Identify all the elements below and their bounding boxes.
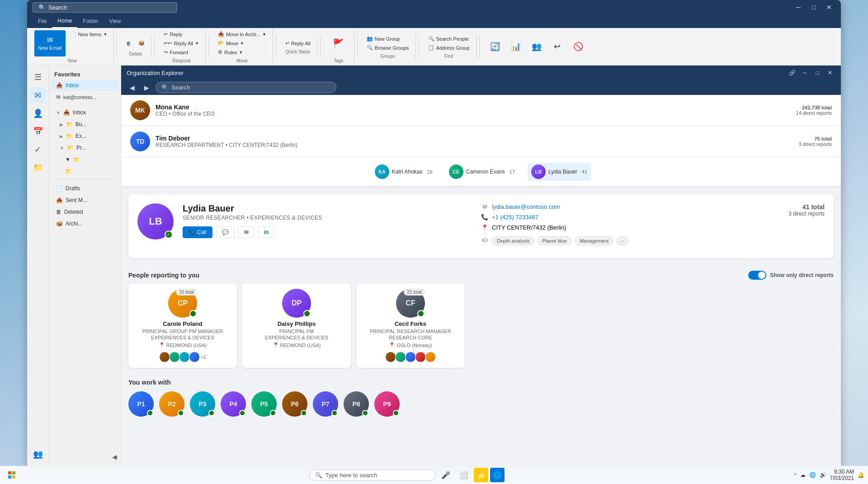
org-link-icon[interactable]: 🔗: [787, 67, 797, 78]
new-group-button[interactable]: 👥 New Group: [364, 34, 412, 43]
forward-button[interactable]: ↪ Forward: [161, 48, 202, 56]
org-search-box[interactable]: 🔍 Search: [156, 82, 336, 93]
report-cecil-forks[interactable]: CF 22 total Cecil Forks PRINCIPAL RESEAR…: [356, 283, 465, 368]
reply-button[interactable]: ↩ Reply: [161, 30, 202, 38]
direct-reports-toggle[interactable]: [748, 271, 766, 280]
title-search[interactable]: 🔍 Search: [33, 2, 177, 13]
nav-icon-hamburger[interactable]: ☰: [30, 69, 46, 85]
extra-btn-1[interactable]: 🔄: [486, 33, 504, 60]
window-maximize[interactable]: □: [807, 1, 820, 14]
peer-cameron[interactable]: CE Cameron Evans 17: [445, 163, 519, 181]
nav-icon-calendar[interactable]: 📅: [30, 123, 46, 140]
tag-depth-analysis[interactable]: Depth analysis: [492, 236, 534, 245]
nav-user-email[interactable]: ✉ kat@contoso...: [51, 92, 119, 103]
menu-folder[interactable]: Folder: [77, 14, 104, 28]
manager-tim-deboer[interactable]: TD Tim Deboer RESEARCH DEPARTMENT • CITY…: [121, 126, 841, 157]
taskbar-network-icon[interactable]: 🌐: [809, 472, 816, 478]
flag-button[interactable]: 🚩: [327, 30, 350, 56]
taskbar-notification-icon[interactable]: 🔔: [858, 472, 864, 478]
menu-file[interactable]: File: [33, 14, 52, 28]
delete-button[interactable]: 🗑: [123, 37, 134, 50]
work-person-9[interactable]: P9: [374, 391, 400, 417]
nav-icon-folder[interactable]: 📁: [30, 160, 46, 176]
nav-deleted[interactable]: 🗑 Deleted: [51, 207, 119, 217]
work-person-1[interactable]: P1: [128, 391, 154, 417]
nav-icon-user[interactable]: 👤: [30, 105, 46, 122]
window-minimize[interactable]: ─: [792, 1, 805, 14]
taskbar-taskview-button[interactable]: ⬜: [456, 467, 472, 483]
taskbar-search[interactable]: 🔍 Type here to search: [309, 470, 436, 481]
start-button[interactable]: [4, 467, 20, 483]
report-carole-poland[interactable]: CP 16 total Carole Poland PRINCIPAL GROU…: [128, 283, 237, 368]
nav-ex-folder[interactable]: ▶ 📁 Ex...: [51, 131, 119, 141]
extra-btn-2[interactable]: 📊: [507, 33, 525, 60]
work-person-2[interactable]: P2: [159, 391, 184, 417]
taskbar-volume-icon[interactable]: 🔊: [820, 472, 826, 478]
nav-icon-people[interactable]: 👥: [30, 446, 46, 462]
work-person-5[interactable]: P5: [251, 391, 277, 417]
extra-btn-4[interactable]: ↩: [548, 33, 566, 60]
extra-btn-5[interactable]: 🚫: [569, 33, 587, 60]
org-nav-bar: ◀ ▶ 🔍 Search: [121, 80, 841, 95]
nav-drafts[interactable]: 📄 Drafts: [51, 183, 119, 194]
move-button[interactable]: 📂 Move ▼: [215, 39, 269, 47]
ribbon-respond-group: ↩ Reply ↩↩ Reply All ▼ ↪ Forward Respond: [157, 29, 206, 64]
chat-button[interactable]: 💬: [216, 226, 235, 238]
tag-planet-blue[interactable]: Planet blue: [537, 236, 572, 245]
taskbar-file-explorer-button[interactable]: 📁: [474, 468, 488, 482]
work-person-8[interactable]: P8: [344, 391, 369, 417]
call-button[interactable]: 📞 Call: [183, 226, 212, 238]
lydia-email-link[interactable]: lydia.bauer@contoso.com: [492, 203, 560, 210]
new-items-button[interactable]: 📄 New Items ▼: [67, 30, 110, 39]
nav-pr-subfolder[interactable]: ▼ 📁: [51, 154, 119, 165]
lydia-phone-link[interactable]: +1 (425) 7233487: [492, 214, 538, 221]
nav-pr-folder[interactable]: ▼ 📁 Pr...: [51, 142, 119, 153]
address-group-button[interactable]: 📋 Address Group: [425, 43, 472, 52]
reply-all-button[interactable]: ↩↩ Reply All ▼: [161, 39, 202, 47]
tag-management[interactable]: Management: [575, 236, 613, 245]
report-daisy-phillips[interactable]: DP Daisy Phillips PRINCIPAL PM EXPERIENC…: [242, 283, 351, 368]
nav-inbox-favorite[interactable]: 📥 Inbox: [51, 80, 119, 91]
work-person-7[interactable]: P7: [313, 391, 338, 417]
work-person-4[interactable]: P4: [221, 391, 246, 417]
nav-icon-tasks[interactable]: ✓: [30, 141, 46, 158]
nav-bu-folder[interactable]: ▶ 📁 Bu...: [51, 119, 119, 130]
taskbar-mic-button[interactable]: 🎤: [438, 467, 454, 483]
new-email-button[interactable]: ✉ New Email: [34, 30, 66, 56]
peer-lydia[interactable]: LB Lydia Bauer 41: [528, 163, 591, 181]
browse-groups-button[interactable]: 🔍 Browse Groups: [364, 43, 412, 52]
nav-archive[interactable]: 📦 Archi...: [51, 218, 119, 229]
nav-pr-subfolder2[interactable]: 📁: [51, 166, 119, 177]
taskbar-chevron-icon[interactable]: ^: [794, 473, 797, 478]
reply-all2-button[interactable]: ↩ Reply All: [283, 39, 313, 47]
org-close-button[interactable]: ✕: [825, 67, 835, 78]
work-person-6[interactable]: P6: [282, 391, 307, 417]
org-forward-button[interactable]: ▶: [141, 82, 152, 93]
org-back-button[interactable]: ◀: [127, 82, 137, 93]
rules-button[interactable]: ⚙ Rules ▼: [215, 48, 269, 56]
taskbar-onedrive-icon[interactable]: ☁: [800, 472, 806, 478]
mini-av-4: [189, 352, 200, 362]
collapse-nav-button[interactable]: ◀: [112, 453, 117, 461]
nav-sent[interactable]: 📤 Sent M...: [51, 195, 119, 206]
extra-btn-3[interactable]: 👥: [528, 33, 546, 60]
email-action-button[interactable]: ✉: [238, 226, 255, 238]
org-maximize-button[interactable]: □: [812, 67, 823, 78]
linkedin-button[interactable]: in: [258, 226, 275, 238]
menu-view[interactable]: View: [104, 14, 126, 28]
work-person-3[interactable]: P3: [190, 391, 215, 417]
taskbar-clock[interactable]: 9:30 AM 7/03/2021: [830, 469, 854, 481]
peer-katri[interactable]: KA Katri Ahokas 16: [371, 163, 436, 181]
window-close[interactable]: ✕: [823, 1, 835, 14]
taskbar-edge-button[interactable]: 🌐: [490, 468, 505, 482]
move-to-archive-button[interactable]: 📥 Move to Archi... ▼: [215, 30, 269, 38]
archive-button[interactable]: 📦: [136, 37, 147, 50]
nav-icon-mail[interactable]: ✉: [30, 87, 46, 103]
search-people-button[interactable]: 🔍 Search People: [425, 34, 472, 43]
menu-home[interactable]: Home: [52, 14, 77, 28]
more-tags-button[interactable]: ···: [616, 236, 628, 245]
manager-mona-kane[interactable]: MK Mona Kane CEO • Office of the CEO 242…: [121, 95, 841, 126]
nav-inbox-section[interactable]: ▼ 📥 Inbox: [51, 107, 119, 118]
org-title: Organization Explorer: [127, 70, 184, 76]
org-minimize-button[interactable]: ─: [799, 67, 810, 78]
